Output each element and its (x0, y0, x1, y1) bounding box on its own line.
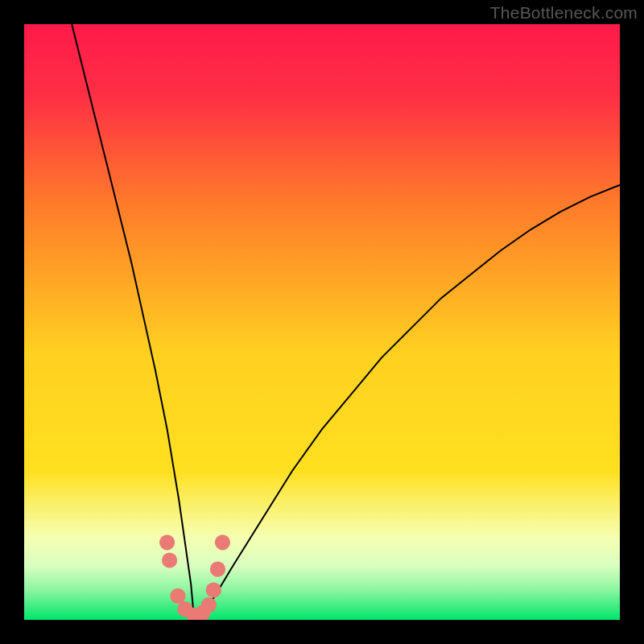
marker-point (210, 561, 225, 576)
marker-point (201, 597, 217, 613)
marker-point (159, 535, 175, 550)
plot-area (24, 24, 620, 620)
marker-group (159, 535, 230, 620)
marker-point (206, 582, 221, 597)
marker-point (162, 552, 177, 568)
marker-point (215, 535, 230, 550)
bottleneck-curve (24, 24, 620, 620)
chart-frame: TheBottleneck.com (0, 0, 644, 644)
curve-path (72, 24, 620, 617)
marker-point (170, 588, 185, 604)
watermark-label: TheBottleneck.com (490, 3, 638, 23)
